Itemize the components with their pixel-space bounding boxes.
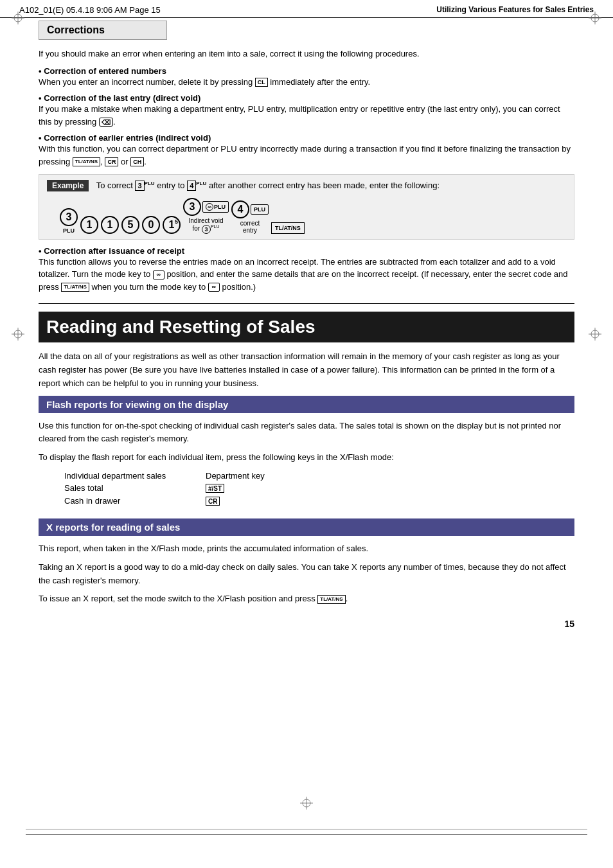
corrections-intro: If you should make an error when enterin…	[39, 48, 574, 61]
bullet-entered-numbers: • Correction of entered numbers When you…	[39, 66, 574, 89]
seq-1-5: 15	[163, 216, 181, 234]
void-key-direct: ⌫	[99, 118, 113, 127]
tlat-key-2: TL/AT/NS	[61, 283, 89, 292]
bottom-line-1	[26, 829, 587, 829]
flash-reports-section: Flash reports for viewing on the display…	[39, 396, 574, 506]
seq-0: 0	[142, 216, 160, 234]
reading-resetting-section: Reading and Resetting of Sales All the d…	[39, 312, 574, 629]
flash-label-sales: Sales total	[64, 483, 193, 493]
flash-text1: Use this function for on-the-spot checki…	[39, 420, 574, 447]
corrections-section: Corrections If you should make an error …	[39, 21, 574, 293]
bullet-indirect-void: • Correction of earlier entries (indirec…	[39, 133, 574, 168]
page-container: A102_01(E) 05.4.18 9:06 AM Page 15 Utili…	[0, 0, 613, 868]
corrections-header: Corrections	[39, 21, 167, 40]
flash-text2: To display the flash report for each ind…	[39, 451, 574, 465]
hash-st-key: #/ST	[206, 484, 224, 493]
reading-intro: All the data on all of your registration…	[39, 350, 574, 390]
big-section-title: Reading and Resetting of Sales	[46, 317, 315, 337]
reg-mark-bottom-center	[300, 797, 313, 811]
seq-3-void-plu: 3 ∞PLU Indirect voidfor 3PLU	[183, 198, 229, 233]
seq-4-plu: 4 PLU correctentry	[231, 200, 269, 234]
bullet-direct-void: • Correction of the last entry (direct v…	[39, 93, 574, 128]
flash-row-sales: Sales total #/ST	[64, 483, 574, 493]
reg-mark-mid-left	[12, 328, 24, 342]
header-right: Utilizing Various Features for Sales Ent…	[436, 5, 594, 14]
void-mode-key-2: ∞	[208, 283, 220, 292]
reg-mark-top-left	[12, 12, 24, 26]
flash-reports-title: Flash reports for viewing on the display	[46, 399, 228, 410]
void-mode-key: ∞	[153, 270, 164, 279]
flash-key-dept: Department key	[206, 471, 265, 481]
header-left: A102_01(E) 05.4.18 9:06 AM Page 15	[19, 5, 161, 15]
example-sequence: 3 PLU 1 1 5	[60, 198, 566, 233]
x-text2: Taking an X report is a good way to do a…	[39, 561, 574, 588]
reg-mark-mid-right	[589, 328, 601, 342]
example-row: Example To correct 3PLU entry to 4PLU af…	[47, 180, 566, 191]
flash-reports-header: Flash reports for viewing on the display	[39, 396, 574, 413]
cr-key-flash: CR	[206, 497, 220, 506]
cl-key: CL	[255, 78, 268, 87]
x-reports-section: X reports for reading of sales This repo…	[39, 518, 574, 606]
content-area: Corrections If you should make an error …	[0, 21, 613, 652]
reg-mark-top-right	[589, 12, 601, 26]
seq-5: 5	[121, 216, 139, 234]
flash-table: Individual department sales Department k…	[64, 471, 574, 506]
big-section-header: Reading and Resetting of Sales	[39, 312, 574, 342]
seq-1: 1	[80, 216, 98, 234]
bullet-after-receipt: • Correction after issuance of receipt T…	[39, 246, 574, 294]
example-text: To correct 3PLU entry to 4PLU after anot…	[96, 181, 440, 190]
example-label: Example	[47, 180, 89, 191]
flash-label-cash: Cash in drawer	[64, 496, 193, 506]
ch-key-1: CH	[130, 157, 144, 166]
example-box: Example To correct 3PLU entry to 4PLU af…	[39, 174, 574, 239]
seq-1b: 1	[101, 216, 119, 234]
cr-key-1: CR	[105, 157, 118, 166]
bottom-line-2	[26, 834, 587, 835]
x-text3: To issue an X report, set the mode switc…	[39, 592, 574, 606]
x-text1: This report, when taken in the X/Flash m…	[39, 542, 574, 556]
divider-1	[39, 303, 574, 304]
x-reports-title: X reports for reading of sales	[46, 522, 180, 533]
flash-label-dept: Individual department sales	[64, 471, 193, 481]
seq-3plu: 3 PLU	[60, 208, 78, 234]
tlat-key-1: TL/AT/NS	[73, 157, 100, 166]
page-number: 15	[39, 619, 574, 629]
tlat-key-x: TL/AT/NS	[317, 595, 345, 604]
seq-tlat: TL/AT/NS	[271, 222, 305, 234]
flash-key-sales: #/ST	[206, 483, 224, 493]
flash-row-cash: Cash in drawer CR	[64, 495, 574, 506]
x-reports-header: X reports for reading of sales	[39, 518, 574, 536]
page-header: A102_01(E) 05.4.18 9:06 AM Page 15 Utili…	[0, 0, 613, 18]
flash-key-cash: CR	[206, 495, 220, 506]
flash-row-dept: Individual department sales Department k…	[64, 471, 574, 481]
